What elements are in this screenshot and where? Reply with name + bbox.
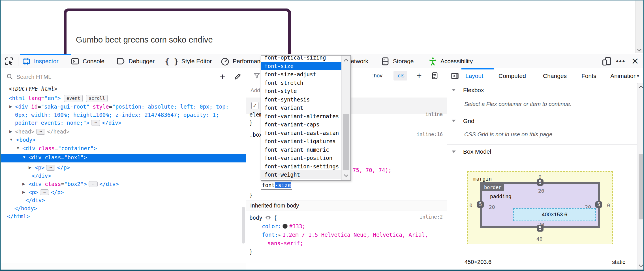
section-flexbox-header[interactable]: Flexbox (447, 83, 637, 97)
autocomplete-item[interactable]: font-variant-caps (261, 120, 342, 129)
tree-node[interactable]: ▶<p>⋯</p> (0, 189, 246, 197)
add-rule-button[interactable]: + (416, 68, 422, 83)
scroll-down-icon[interactable] (637, 47, 642, 52)
tree-node[interactable]: </div> (0, 173, 246, 181)
tree-node[interactable]: <!DOCTYPE html> (0, 86, 246, 94)
all-tabs-button[interactable]: ▼ (636, 68, 640, 83)
border-right-value[interactable]: 5 (595, 201, 602, 208)
tree-node[interactable]: <html lang="en">eventscroll (0, 95, 246, 103)
tab-layout[interactable]: Layout (465, 68, 483, 83)
node-picker-button[interactable] (4, 54, 14, 68)
tree-node[interactable]: 0px; width: 100%; height…100%; z-index: … (0, 112, 246, 120)
section-grid-header[interactable]: Grid (447, 114, 637, 128)
autocomplete-item[interactable]: font-weight (261, 170, 342, 179)
expand-arrow-icon[interactable]: ▶ (29, 165, 31, 170)
rule-source-link[interactable]: inline (425, 111, 443, 117)
tab-changes[interactable]: Changes (543, 68, 567, 83)
box-model-border-layer[interactable]: border padding 20 20 20 20 400×153.6 (480, 182, 600, 228)
tree-node-selected[interactable]: ▼<div class="box1"> (0, 154, 246, 162)
tree-node[interactable]: </body> (0, 205, 246, 213)
rule-selector[interactable]: body (249, 215, 262, 221)
autocomplete-item[interactable]: font-optical-sizing (261, 55, 342, 62)
collapsed-content-icon[interactable]: ⋯ (89, 181, 98, 187)
expand-arrow-icon[interactable]: ▶ (22, 190, 25, 194)
scroll-badge[interactable]: scroll (86, 95, 108, 102)
collapse-arrow-icon[interactable]: ▼ (9, 137, 13, 142)
autocomplete-scrollbar[interactable] (341, 56, 350, 180)
scroll-down-icon[interactable] (344, 173, 348, 177)
tree-node[interactable]: ▶<p>⋯</p> (0, 164, 246, 172)
search-html-input[interactable] (16, 72, 212, 82)
section-box-model-header[interactable]: Box Model (447, 145, 637, 159)
rule-source-link[interactable]: inline:2 (420, 214, 443, 220)
tree-node[interactable]: pointer-events: none;">⋯</div> (0, 120, 246, 128)
tab-console[interactable]: Console (70, 54, 104, 68)
scrollbar-thumb[interactable] (343, 114, 349, 170)
autocomplete-item[interactable]: font-variation-settings (261, 162, 342, 171)
autocomplete-item[interactable]: font-stretch (261, 79, 342, 87)
event-badge[interactable]: event (64, 95, 83, 102)
expand-arrow-icon[interactable]: ▶ (9, 129, 12, 134)
collapsed-content-icon[interactable]: ⋯ (36, 129, 45, 135)
markup-scrollbar[interactable] (242, 207, 245, 244)
autocomplete-item[interactable]: font-size-adjust (261, 70, 342, 79)
autocomplete-item[interactable]: font-variant-east-asian (261, 129, 342, 137)
scroll-up-icon[interactable] (639, 86, 643, 90)
property-value[interactable]: 1.2em / 1.5 Helvetica Neue, Helvetica, A… (282, 232, 428, 238)
dock-sidebar-button[interactable] (450, 68, 459, 83)
close-devtools-button[interactable]: ✕ (631, 54, 639, 68)
rule-source-link[interactable]: inline:16 (417, 132, 443, 137)
color-swatch[interactable] (283, 224, 288, 229)
autocomplete-item[interactable]: font-style (261, 87, 342, 95)
box-model-content[interactable]: 400×153.6 (513, 208, 596, 221)
pseudo-class-toggle[interactable]: :hov (372, 68, 382, 83)
tree-node[interactable]: ▼<body> (0, 137, 246, 145)
autocomplete-item[interactable]: font-variant (261, 103, 342, 112)
property-value-wrap[interactable]: sans-serif; (268, 240, 303, 246)
tree-node[interactable]: </html> (0, 213, 246, 221)
devtools-menu-button[interactable]: ••• (616, 54, 625, 68)
border-left-value[interactable]: 5 (477, 201, 484, 208)
collapse-arrow-icon[interactable]: ▼ (16, 146, 20, 150)
tab-storage[interactable]: Storage (380, 54, 414, 68)
border-top-value[interactable]: 5 (537, 179, 544, 186)
tab-style-editor[interactable]: { }Style Editor (165, 54, 212, 68)
margin-right-value[interactable]: 0 (607, 202, 610, 208)
tab-debugger[interactable]: Debugger (116, 54, 155, 68)
class-checkbox[interactable]: ✓ (251, 102, 258, 109)
tab-computed[interactable]: Computed (498, 68, 526, 83)
collapsed-content-icon[interactable]: ⋯ (40, 189, 49, 195)
margin-left-value[interactable]: 0 (469, 202, 472, 208)
margin-bottom-value[interactable]: 40 (536, 236, 543, 242)
element-highlighter-icon[interactable] (265, 215, 271, 221)
tree-node[interactable]: ▶<head>⋯</head> (0, 128, 246, 136)
autocomplete-item[interactable]: font-synthesis (261, 95, 342, 104)
tab-accessibility[interactable]: Accessibility (428, 54, 473, 68)
tree-node[interactable]: ▼<div class="container"> (0, 145, 246, 153)
add-node-button[interactable]: + (220, 68, 225, 85)
tab-performance[interactable]: Performance (220, 54, 267, 68)
property-name[interactable]: font: (262, 232, 278, 238)
collapsed-content-icon[interactable]: ⋯ (46, 165, 55, 171)
tree-node[interactable]: ▶<div id="saka-gui-root" style="position… (0, 103, 246, 111)
tab-inspector[interactable]: Inspector (22, 54, 58, 68)
border-bottom-value[interactable]: 5 (537, 225, 544, 232)
expand-arrow-icon[interactable]: ▶ (9, 104, 12, 109)
eyedropper-button[interactable] (233, 68, 242, 85)
expand-triangle-icon[interactable]: ▶ (279, 233, 281, 237)
autocomplete-item[interactable]: font-variant-alternates (261, 112, 342, 120)
padding-top-value[interactable]: 20 (538, 188, 544, 194)
responsive-design-mode-button[interactable] (601, 54, 612, 68)
print-media-toggle[interactable] (431, 68, 439, 83)
scroll-up-icon[interactable] (344, 59, 348, 63)
autocomplete-item[interactable]: font-size (261, 62, 342, 70)
collapsed-content-icon[interactable]: ⋯ (91, 120, 100, 126)
collapse-arrow-icon[interactable]: ▼ (22, 155, 26, 159)
autocomplete-item[interactable]: font-variant-numeric (261, 145, 342, 154)
box-model-margin-layer[interactable]: margin 0 0 0 40 border padding 20 20 20 … (467, 171, 613, 244)
declaration-value-fragment[interactable]: 75, 70, 74); (353, 167, 391, 173)
page-scrollbar[interactable] (635, 1, 643, 53)
autocomplete-item[interactable]: font-variant-ligatures (261, 137, 342, 145)
tab-animations[interactable]: Animations (610, 68, 636, 83)
autocomplete-item[interactable]: font-variant-position (261, 154, 342, 162)
